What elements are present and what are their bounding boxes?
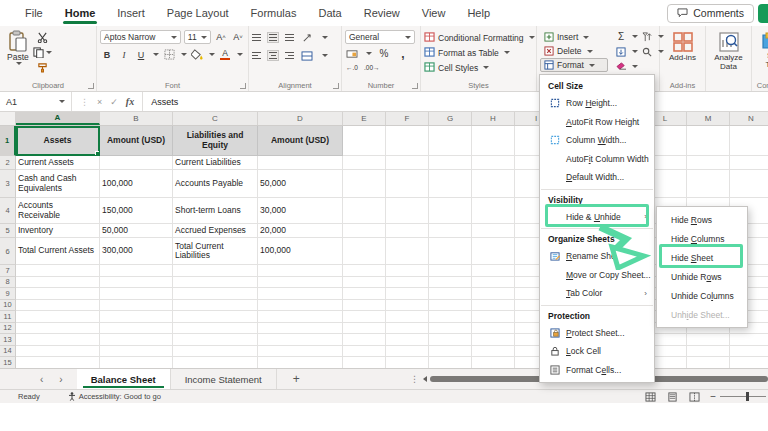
- new-sheet-button[interactable]: +: [277, 369, 316, 389]
- cell-G3[interactable]: [429, 170, 472, 198]
- alignment-dialog-launcher[interactable]: [333, 83, 339, 89]
- cell-B15[interactable]: [100, 357, 173, 368]
- submenu-item-unhide-columns[interactable]: Unhide Columns: [657, 286, 747, 305]
- cut-button[interactable]: [33, 31, 52, 44]
- row-header-15[interactable]: 15: [0, 357, 16, 368]
- zoom-slider-knob[interactable]: [746, 392, 749, 401]
- cell-E7[interactable]: [343, 265, 386, 277]
- menu-item-default-width[interactable]: Default Width...: [540, 168, 654, 187]
- format-painter-button[interactable]: [33, 61, 52, 74]
- sheet-nav-next-icon[interactable]: ›: [59, 374, 62, 385]
- cell-B1[interactable]: Amount (USD): [100, 126, 173, 156]
- cell-D8[interactable]: [258, 277, 343, 289]
- menu-item-autofit-row-height[interactable]: AutoFit Row Height: [540, 113, 654, 132]
- cell-B8[interactable]: [100, 277, 173, 289]
- increase-decimal-button[interactable]: ←.0: [345, 61, 359, 74]
- cell-C7[interactable]: [173, 265, 258, 277]
- cell-H2[interactable]: [472, 156, 515, 170]
- cell-A7[interactable]: [16, 265, 100, 277]
- tab-insert[interactable]: Insert: [106, 0, 156, 26]
- cell-F11[interactable]: [386, 311, 429, 323]
- cell-D5[interactable]: 20,000: [258, 224, 343, 238]
- row-header-8[interactable]: 8: [0, 277, 16, 289]
- cell-F2[interactable]: [386, 156, 429, 170]
- addins-button[interactable]: Add-ins: [663, 28, 702, 62]
- formula-content[interactable]: Assets: [143, 97, 178, 107]
- cell-A2[interactable]: Current Assets: [16, 156, 100, 170]
- row-header-12[interactable]: 12: [0, 323, 16, 335]
- cell-G1[interactable]: [429, 126, 472, 156]
- cell-F8[interactable]: [386, 277, 429, 289]
- cell-G8[interactable]: [429, 277, 472, 289]
- align-left-button[interactable]: [252, 52, 261, 60]
- tab-data[interactable]: Data: [307, 0, 352, 26]
- cell-D11[interactable]: [258, 311, 343, 323]
- row-header-13[interactable]: 13: [0, 334, 16, 346]
- tab-home[interactable]: Home: [54, 0, 107, 26]
- cell-E9[interactable]: [343, 288, 386, 300]
- share-button[interactable]: [758, 4, 768, 23]
- menu-item-hide-unhide[interactable]: Hide & Unhide›: [540, 208, 654, 227]
- tab-file[interactable]: File: [14, 0, 54, 26]
- scrollbar-splitter-icon[interactable]: ⋮: [410, 374, 419, 384]
- zoom-slider[interactable]: −: [710, 391, 766, 402]
- format-button[interactable]: Format: [540, 58, 608, 72]
- row-header-1[interactable]: 1: [0, 126, 16, 156]
- cell-G6[interactable]: [429, 238, 472, 265]
- font-color-button[interactable]: A: [218, 48, 232, 61]
- submenu-item-unhide-rows[interactable]: Unhide Rows: [657, 267, 747, 286]
- menu-item-rename-sheet[interactable]: Rename Sheet: [540, 247, 654, 266]
- cell-G5[interactable]: [429, 224, 472, 238]
- cell-C1[interactable]: Liabilities and Equity: [173, 126, 258, 156]
- cell-B3[interactable]: 100,000: [100, 170, 173, 198]
- cell-N1[interactable]: [730, 126, 768, 156]
- cell-D4[interactable]: 30,000: [258, 198, 343, 224]
- cell-C9[interactable]: [173, 288, 258, 300]
- cell-M1[interactable]: [687, 126, 730, 156]
- orientation-button[interactable]: [300, 31, 314, 44]
- menu-item-tab-color[interactable]: Tab Color›: [540, 284, 654, 303]
- cell-F6[interactable]: [386, 238, 429, 265]
- shrink-font-button[interactable]: A˅: [231, 31, 245, 44]
- cell-A5[interactable]: Inventory: [16, 224, 100, 238]
- insert-function-icon[interactable]: fx: [126, 96, 134, 107]
- number-dialog-launcher[interactable]: [412, 83, 418, 89]
- cell-E10[interactable]: [343, 300, 386, 312]
- cell-B14[interactable]: [100, 346, 173, 358]
- cell-M14[interactable]: [687, 346, 730, 358]
- cell-G12[interactable]: [429, 323, 472, 335]
- number-format-select[interactable]: General: [345, 30, 415, 44]
- cell-B6[interactable]: 300,000: [100, 238, 173, 265]
- cell-E11[interactable]: [343, 311, 386, 323]
- cell-H10[interactable]: [472, 300, 515, 312]
- cell-A14[interactable]: [16, 346, 100, 358]
- cell-C4[interactable]: Short-term Loans: [173, 198, 258, 224]
- menu-item-column-width[interactable]: Column Width...: [540, 131, 654, 150]
- cell-B4[interactable]: 150,000: [100, 198, 173, 224]
- cell-E12[interactable]: [343, 323, 386, 335]
- cell-C3[interactable]: Accounts Payable: [173, 170, 258, 198]
- cell-B2[interactable]: [100, 156, 173, 170]
- cell-C14[interactable]: [173, 346, 258, 358]
- cell-E13[interactable]: [343, 334, 386, 346]
- cell-F14[interactable]: [386, 346, 429, 358]
- sheet-tab-income-statement[interactable]: Income Statement: [171, 369, 277, 389]
- cell-F7[interactable]: [386, 265, 429, 277]
- cell-G15[interactable]: [429, 357, 472, 368]
- normal-view-button[interactable]: [644, 392, 656, 402]
- menu-item-row-height[interactable]: Row Height...: [540, 94, 654, 113]
- tab-page-layout[interactable]: Page Layout: [156, 0, 240, 26]
- cell-F10[interactable]: [386, 300, 429, 312]
- cell-H5[interactable]: [472, 224, 515, 238]
- cell-F15[interactable]: [386, 357, 429, 368]
- row-header-4[interactable]: 4: [0, 198, 16, 224]
- cell-A1[interactable]: Assets: [16, 126, 100, 156]
- cell-M13[interactable]: [687, 334, 730, 346]
- cell-G9[interactable]: [429, 288, 472, 300]
- cell-H1[interactable]: [472, 126, 515, 156]
- menu-item-lock-cell[interactable]: Lock Cell: [540, 342, 654, 361]
- cell-D6[interactable]: 100,000: [258, 238, 343, 265]
- cell-F12[interactable]: [386, 323, 429, 335]
- cell-F9[interactable]: [386, 288, 429, 300]
- cell-A15[interactable]: [16, 357, 100, 368]
